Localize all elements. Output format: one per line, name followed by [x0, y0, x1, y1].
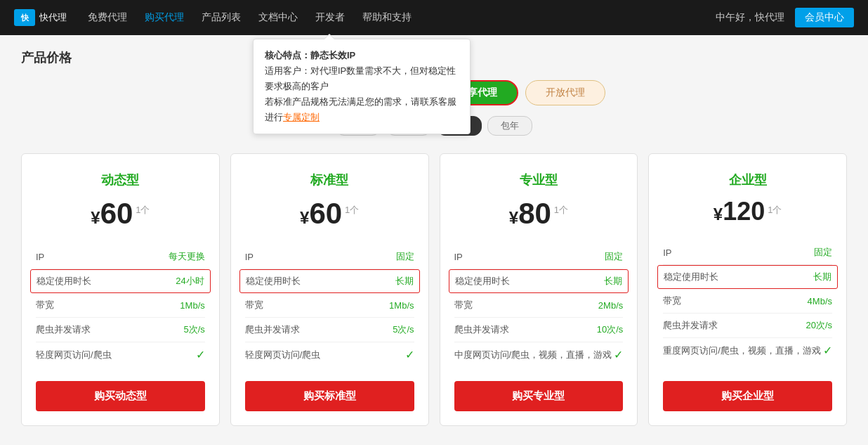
buy-dynamic-button[interactable]: 购买动态型: [36, 381, 205, 411]
nav-docs[interactable]: 文档中心: [258, 11, 298, 24]
feature-use-3: 中度网页访问/爬虫，视频，直播，游戏 ✓: [454, 342, 624, 367]
card-standard-price: ¥60 1个: [245, 197, 414, 231]
buy-professional-button[interactable]: 购买专业型: [454, 381, 624, 411]
navbar: 快 快代理 免费代理 购买代理 产品列表 文档中心 开发者 帮助和支持 中午好，…: [0, 0, 868, 35]
price-unit-4: 1个: [768, 204, 782, 217]
feature-duration-4: 稳定使用时长 长期: [657, 265, 838, 289]
price-symbol-4: ¥: [714, 205, 723, 224]
nav-right: 中午好，快代理 会员中心: [716, 8, 854, 27]
feature-bandwidth-1: 带宽 1Mb/s: [36, 293, 205, 318]
feature-concurrent-3: 爬虫并发请求 10次/s: [454, 318, 624, 342]
card-dynamic-features: IP 每天更换 稳定使用时长 24小时 带宽 1Mb/s 爬虫并发请求 5次/s…: [36, 245, 205, 367]
card-professional: 专业型 ¥80 1个 IP 固定 稳定使用时长 长期 带宽 2Mb/s: [440, 153, 638, 426]
price-value-2: 60: [309, 197, 342, 230]
price-value-1: 60: [100, 197, 133, 230]
feature-ip-4: IP 固定: [663, 240, 832, 265]
feature-duration-2: 稳定使用时长 长期: [239, 269, 420, 293]
nav-developer[interactable]: 开发者: [315, 11, 345, 24]
price-unit-3: 1个: [554, 204, 568, 217]
price-symbol-2: ¥: [300, 208, 309, 227]
card-standard-features: IP 固定 稳定使用时长 长期 带宽 1Mb/s 爬虫并发请求 5次/s 轻度网…: [245, 245, 414, 367]
tab-open-proxy[interactable]: 开放代理: [525, 80, 605, 105]
logo[interactable]: 快 快代理: [14, 9, 67, 26]
card-professional-title: 专业型: [454, 172, 624, 188]
product-cards: 动态型 ¥60 1个 IP 每天更换 稳定使用时长 24小时 带宽 1Mb/s: [21, 153, 847, 426]
tooltip-link[interactable]: 专属定制: [283, 112, 320, 122]
nav-product-list[interactable]: 产品列表: [202, 11, 241, 24]
card-enterprise-price: ¥120 1个: [663, 197, 832, 226]
card-enterprise-features: IP 固定 稳定使用时长 长期 带宽 4Mb/s 爬虫并发请求 20次/s 重度…: [663, 240, 832, 367]
price-symbol-1: ¥: [91, 208, 100, 227]
tooltip-title: 核心特点：静态长效IP: [265, 48, 459, 63]
feature-bandwidth-4: 带宽 4Mb/s: [663, 289, 832, 314]
price-unit-1: 1个: [136, 204, 150, 217]
card-dynamic-price: ¥60 1个: [36, 197, 205, 231]
feature-concurrent-4: 爬虫并发请求 20次/s: [663, 314, 832, 338]
card-standard-title: 标准型: [245, 172, 414, 188]
card-enterprise: 企业型 ¥120 1个 IP 固定 稳定使用时长 长期 带宽 4Mb/s: [648, 153, 847, 426]
card-professional-price: ¥80 1个: [454, 197, 624, 231]
buy-enterprise-button[interactable]: 购买企业型: [663, 381, 832, 411]
tooltip-line1: 适用客户：对代理IP数量需求不大，但对稳定性要求极高的客户: [265, 63, 459, 94]
feature-duration-3: 稳定使用时长 长期: [449, 269, 629, 293]
member-center-button[interactable]: 会员中心: [795, 8, 854, 27]
feature-ip-2: IP 固定: [245, 245, 414, 269]
feature-duration-1: 稳定使用时长 24小时: [30, 269, 211, 293]
logo-text: 快代理: [39, 11, 67, 24]
logo-icon: 快: [14, 9, 35, 26]
feature-bandwidth-3: 带宽 2Mb/s: [454, 293, 624, 318]
price-value-4: 120: [723, 197, 765, 226]
nav-buy-proxy[interactable]: 购买代理: [145, 11, 184, 24]
nav-support[interactable]: 帮助和支持: [362, 11, 412, 24]
nav-free-proxy[interactable]: 免费代理: [88, 11, 127, 24]
card-dynamic: 动态型 ¥60 1个 IP 每天更换 稳定使用时长 24小时 带宽 1Mb/s: [21, 153, 220, 426]
card-professional-features: IP 固定 稳定使用时长 长期 带宽 2Mb/s 爬虫并发请求 10次/s 中度…: [454, 245, 624, 367]
feature-concurrent-1: 爬虫并发请求 5次/s: [36, 318, 205, 342]
feature-ip-3: IP 固定: [454, 245, 624, 269]
price-unit-2: 1个: [345, 204, 359, 217]
feature-concurrent-2: 爬虫并发请求 5次/s: [245, 318, 414, 342]
card-enterprise-title: 企业型: [663, 172, 832, 188]
feature-ip-1: IP 每天更换: [36, 245, 205, 269]
period-year[interactable]: 包年: [487, 116, 532, 136]
svg-text:快: 快: [20, 13, 29, 22]
card-dynamic-title: 动态型: [36, 172, 205, 188]
feature-use-1: 轻度网页访问/爬虫 ✓: [36, 342, 205, 367]
feature-bandwidth-2: 带宽 1Mb/s: [245, 293, 414, 318]
nav-greeting: 中午好，快代理: [716, 11, 784, 24]
feature-use-2: 轻度网页访问/爬虫 ✓: [245, 342, 414, 367]
tooltip-popup: 核心特点：静态长效IP 适用客户：对代理IP数量需求不大，但对稳定性要求极高的客…: [253, 39, 471, 134]
tooltip-line2: 若标准产品规格无法满足您的需求，请联系客服进行专属定制: [265, 94, 459, 125]
feature-use-4: 重度网页访问/爬虫，视频，直播，游戏 ✓: [663, 338, 832, 363]
card-standard: 标准型 ¥60 1个 IP 固定 稳定使用时长 长期 带宽 1Mb/s: [230, 153, 429, 426]
price-symbol-3: ¥: [509, 208, 518, 227]
buy-standard-button[interactable]: 购买标准型: [245, 381, 414, 411]
price-value-3: 80: [518, 197, 551, 230]
nav-links: 免费代理 购买代理 产品列表 文档中心 开发者 帮助和支持: [88, 11, 412, 24]
